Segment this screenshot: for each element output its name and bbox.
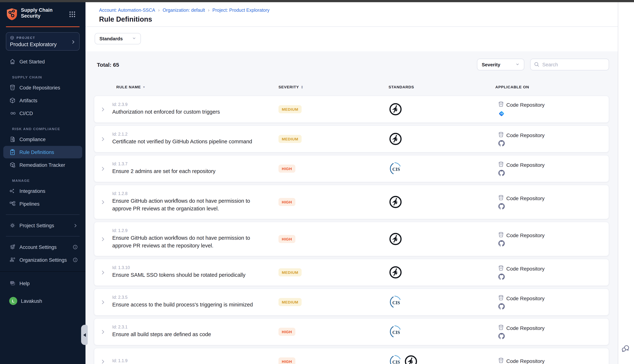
search-box xyxy=(530,59,609,70)
sidebar-item-artifacts[interactable]: Artifacts xyxy=(3,94,82,107)
code-repository-icon: </> xyxy=(498,294,504,301)
applicable-on-label: Code Repository xyxy=(506,132,545,138)
owasp-standard-icon xyxy=(404,355,418,364)
sidebar-collapse-handle[interactable] xyxy=(81,325,88,345)
right-rail xyxy=(618,2,634,364)
rule-name-cell: Id: 1.1.9 xyxy=(112,358,278,364)
severity-cell: HIGH xyxy=(278,358,387,364)
breadcrumb-account-link[interactable]: Account: Automation-SSCA xyxy=(99,8,155,13)
row-expand-cell xyxy=(94,329,112,334)
owasp-standard-icon xyxy=(389,103,402,116)
sidebar-item-help[interactable]: ? Help xyxy=(3,277,82,290)
column-header-severity[interactable]: SEVERITY ▲▼ xyxy=(278,85,386,89)
app-switcher-grid-icon[interactable] xyxy=(69,11,76,18)
applicable-on-label: Code Repository xyxy=(506,266,545,272)
rule-row[interactable]: Id: 2.1.2 Certificate not verified by Gi… xyxy=(94,125,609,152)
expand-row-chevron-icon[interactable] xyxy=(100,359,106,364)
sidebar-item-account-settings[interactable]: Account Settings xyxy=(3,241,82,253)
expand-row-chevron-icon[interactable] xyxy=(100,236,106,242)
column-header-rule-name[interactable]: RULE NAME ▼ xyxy=(112,85,278,89)
svg-text:CIS: CIS xyxy=(392,360,400,364)
project-chevron-right-icon xyxy=(71,39,76,46)
sidebar-item-code-repositories[interactable]: </> Code Repositories xyxy=(3,82,82,94)
rule-id: Id: 1.2.8 xyxy=(112,191,278,196)
row-expand-cell xyxy=(94,270,112,275)
applicable-on-cell: </> Code Repository </> xyxy=(494,101,609,118)
user-avatar: L xyxy=(9,297,17,305)
provider-slot xyxy=(498,140,609,146)
breadcrumb-separator-icon: › xyxy=(158,7,160,13)
sidebar-item-remediation-tracker[interactable]: Remediation Tracker xyxy=(3,159,82,171)
sidebar-item-compliance[interactable]: Compliance xyxy=(3,133,82,146)
sidebar-item-rule-definitions[interactable]: Rule Definitions xyxy=(3,146,82,158)
sidebar-item-organization-settings[interactable]: Organization Settings xyxy=(3,254,82,266)
severity-cell: HIGH xyxy=(278,235,387,243)
sidebar-item-pipelines[interactable]: Pipelines xyxy=(3,198,82,210)
rules-list: Id: 2.3.9 Authorization not enforced for… xyxy=(94,96,609,364)
rules-section: Total: 65 Severity RU xyxy=(86,51,618,364)
project-selector[interactable]: PROJECT Product Exploratory xyxy=(6,32,80,50)
expand-row-chevron-icon[interactable] xyxy=(100,106,106,112)
rule-row[interactable]: Id: 1.3.10 Ensure SAML SSO tokens should… xyxy=(94,259,609,286)
supply-chain-security-logo-icon xyxy=(6,8,18,20)
integrations-icon xyxy=(9,188,16,194)
sidebar-item-integrations[interactable]: Integrations xyxy=(3,185,82,197)
page-header: Account: Automation-SSCA › Organization:… xyxy=(86,2,618,27)
sidebar-item-project-settings[interactable]: Project Settings xyxy=(3,219,82,232)
standards-cell xyxy=(387,196,494,208)
applicable-on-label: Code Repository xyxy=(506,325,545,331)
severity-filter-dropdown[interactable]: Severity xyxy=(477,59,524,70)
expand-row-chevron-icon[interactable] xyxy=(100,329,106,334)
rule-id: Id: 2.3.9 xyxy=(112,102,278,107)
rule-row[interactable]: Id: 1.2.9 Ensure GitHub action workflows… xyxy=(94,222,609,256)
severity-cell: MEDIUM xyxy=(278,268,387,276)
rule-row[interactable]: Id: 2.3.9 Authorization not enforced for… xyxy=(94,96,609,123)
github-icon xyxy=(498,170,505,176)
severity-cell: MEDIUM xyxy=(278,105,387,113)
chevron-down-icon xyxy=(132,36,136,41)
severity-cell: HIGH xyxy=(278,328,387,336)
severity-badge: HIGH xyxy=(278,328,295,336)
sidebar-user[interactable]: L Lavakush xyxy=(3,295,82,307)
rule-id: Id: 1.3.10 xyxy=(112,266,278,270)
sidebar-item-get-started[interactable]: Get Started xyxy=(3,55,82,68)
standards-filter-dropdown[interactable]: Standards xyxy=(95,33,141,44)
svg-text:</>: </> xyxy=(500,297,502,299)
sidebar-item-cicd[interactable]: CI/CD xyxy=(3,107,82,120)
rule-name: Ensure access to the build process's tri… xyxy=(112,301,278,309)
expand-row-chevron-icon[interactable] xyxy=(100,199,106,205)
applicable-on-cell: </> Code Repository xyxy=(494,324,609,339)
artifacts-cube-icon xyxy=(9,97,16,104)
sidebar-section-risk-and-compliance: RISK AND COMPLIANCE xyxy=(12,127,86,131)
app-title: Supply Chain Security xyxy=(21,7,61,19)
rule-row[interactable]: Id: 1.1.9 HIGH CIS </> Code Repository xyxy=(94,348,609,364)
search-input[interactable] xyxy=(530,59,609,70)
rule-row[interactable]: Id: 2.3.5 Ensure access to the build pro… xyxy=(94,288,609,316)
code-repository-icon: </> xyxy=(498,232,504,238)
severity-cell: HIGH xyxy=(278,164,387,173)
expand-row-chevron-icon[interactable] xyxy=(100,166,106,171)
rule-name-cell: Id: 1.2.9 Ensure GitHub action workflows… xyxy=(112,228,278,250)
expand-row-chevron-icon[interactable] xyxy=(100,136,106,142)
chevron-down-icon xyxy=(515,62,519,67)
cis-standard-icon: CIS xyxy=(389,162,402,175)
code-repository-icon: </> xyxy=(498,132,504,138)
rule-row[interactable]: Id: 1.2.8 Ensure GitHub action workflows… xyxy=(94,185,609,219)
harness-code-repo-icon: </> xyxy=(498,110,505,118)
rule-name-cell: Id: 2.3.1 Ensure all build steps are def… xyxy=(112,325,278,338)
code-repositories-icon: </> xyxy=(9,84,16,91)
expand-row-chevron-icon[interactable] xyxy=(100,299,106,305)
rule-id: Id: 1.3.7 xyxy=(112,162,278,166)
svg-text:</>: </> xyxy=(500,197,502,199)
support-chat-icon[interactable] xyxy=(621,344,630,353)
expand-row-chevron-icon[interactable] xyxy=(100,270,106,275)
breadcrumb-project-link[interactable]: Project: Product Exploratory xyxy=(212,8,269,13)
breadcrumb-organization-link[interactable]: Organization: default xyxy=(163,8,205,13)
rule-row[interactable]: Id: 1.3.7 Ensure 2 admins are set for ea… xyxy=(94,155,609,182)
rule-name: Ensure GitHub action workflows do not ha… xyxy=(112,197,278,212)
page-title: Rule Definitions xyxy=(99,16,618,24)
project-cube-icon xyxy=(10,36,14,40)
standards-cell: CIS xyxy=(387,325,494,338)
severity-badge: MEDIUM xyxy=(278,268,301,276)
rule-row[interactable]: Id: 2.3.1 Ensure all build steps are def… xyxy=(94,318,609,345)
